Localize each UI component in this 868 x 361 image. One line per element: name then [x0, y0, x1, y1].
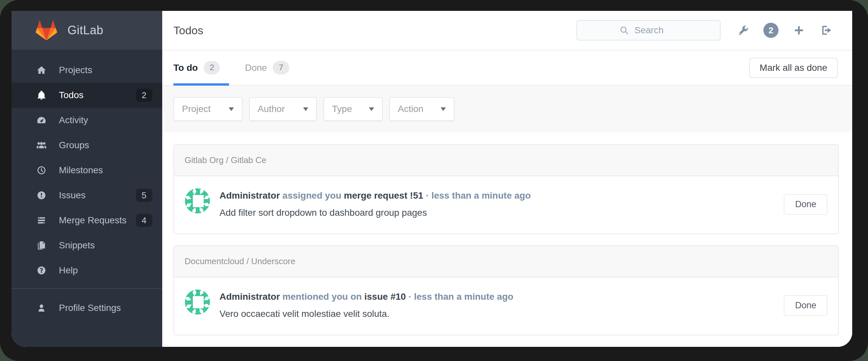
author-filter-label: Author [258, 104, 285, 114]
todo-group-title: Documentcloud / Underscore [174, 246, 838, 277]
tab-bar: To do 2 Done 7 Mark all as done [162, 50, 852, 86]
todo-timestamp[interactable]: less than a minute ago [431, 190, 531, 201]
bell-icon [35, 90, 48, 101]
sidebar-item-label: Merge Requests [59, 215, 126, 226]
tasks-icon [35, 215, 48, 226]
search-input[interactable] [634, 25, 678, 36]
sidebar-item-label: Projects [59, 65, 92, 76]
tab-todo-count: 2 [204, 61, 220, 75]
sidebar-brand[interactable]: GitLab [11, 11, 162, 50]
tab-done-label: Done [245, 62, 267, 73]
sidebar: GitLab Projects Todos 2 Activity [11, 11, 162, 347]
gitlab-logo-icon [35, 19, 58, 41]
sidebar-item-label: Todos [59, 90, 84, 101]
tab-done[interactable]: Done 7 [244, 50, 298, 85]
project-filter-dropdown[interactable]: Project [174, 97, 243, 121]
sidebar-nav: Projects Todos 2 Activity Groups [11, 50, 162, 321]
sidebar-item-label: Milestones [59, 165, 103, 175]
sidebar-item-milestones[interactable]: Milestones [11, 158, 162, 183]
todos-count-badge: 2 [136, 89, 152, 102]
mark-all-as-done-button[interactable]: Mark all as done [749, 58, 838, 78]
main-header: Todos 2 [162, 11, 852, 50]
done-button[interactable]: Done [784, 295, 828, 316]
search-box[interactable] [577, 20, 721, 40]
todo-item: Administrator mentioned you on issue #10… [174, 277, 838, 335]
type-filter-label: Type [332, 104, 352, 114]
sidebar-item-activity[interactable]: Activity [11, 108, 162, 133]
tab-done-count: 7 [273, 61, 289, 75]
app-window: GitLab Projects Todos 2 Activity [11, 11, 852, 347]
todo-group-title: Gitlab Org / Gitlab Ce [174, 145, 838, 176]
todo-body-text: Add filter sort dropdown to dashboard gr… [219, 205, 784, 220]
todo-item: Administrator assigned you merge request… [174, 176, 838, 233]
todo-timestamp[interactable]: less than a minute ago [414, 291, 513, 302]
user-icon [35, 302, 48, 313]
todo-title-line: Administrator assigned you merge request… [219, 188, 784, 203]
sidebar-item-profile-settings[interactable]: Profile Settings [11, 296, 162, 321]
todo-body-text: Vero occaecati velit molestiae velit sol… [219, 306, 784, 322]
sidebar-item-label: Snippets [59, 240, 95, 251]
caret-down-icon [229, 107, 234, 111]
todo-author[interactable]: Administrator [219, 291, 280, 302]
sidebar-item-label: Activity [59, 115, 88, 126]
plus-icon[interactable] [792, 23, 806, 37]
todo-author[interactable]: Administrator [219, 190, 280, 201]
tab-todo[interactable]: To do 2 [174, 50, 229, 85]
sidebar-item-help[interactable]: Help [11, 258, 162, 283]
sidebar-item-label: Profile Settings [59, 303, 121, 313]
clipboard-icon [35, 240, 48, 251]
page-title: Todos [174, 24, 203, 37]
tab-todo-label: To do [174, 62, 198, 73]
caret-down-icon [441, 107, 446, 111]
todo-title-line: Administrator mentioned you on issue #10… [219, 289, 784, 304]
exclamation-circle-icon [35, 190, 48, 201]
wrench-icon[interactable] [736, 23, 750, 37]
caret-down-icon [303, 107, 308, 111]
search-icon [619, 25, 629, 35]
todo-count-badge[interactable]: 2 [763, 23, 778, 38]
sidebar-item-issues[interactable]: Issues 5 [11, 183, 162, 208]
done-button[interactable]: Done [784, 194, 828, 215]
sign-out-icon[interactable] [819, 23, 834, 37]
todo-group-panel: Gitlab Org / Gitlab Ce [174, 144, 839, 234]
caret-down-icon [369, 107, 374, 111]
meta-separator: · [408, 291, 411, 302]
header-icons: 2 [736, 23, 834, 38]
sidebar-divider [11, 288, 162, 289]
main-area: Todos 2 [162, 11, 852, 347]
sidebar-item-groups[interactable]: Groups [11, 133, 162, 158]
filter-bar: Project Author Type Action [162, 86, 852, 132]
clock-icon [35, 165, 48, 176]
sidebar-item-label: Groups [59, 140, 89, 150]
todo-group-panel: Documentcloud / Underscore [174, 245, 839, 335]
sidebar-item-snippets[interactable]: Snippets [11, 233, 162, 258]
sidebar-item-merge-requests[interactable]: Merge Requests 4 [11, 208, 162, 233]
question-circle-icon [35, 265, 48, 276]
todo-action-link[interactable]: mentioned you on [282, 291, 362, 302]
todo-target-link[interactable]: issue #10 [364, 291, 406, 302]
meta-separator: · [426, 190, 429, 201]
action-filter-label: Action [398, 104, 424, 114]
project-filter-label: Project [182, 104, 211, 114]
avatar[interactable] [185, 188, 210, 214]
todo-target-link[interactable]: merge request !51 [344, 190, 423, 201]
avatar[interactable] [185, 289, 210, 315]
action-filter-dropdown[interactable]: Action [389, 97, 455, 121]
sidebar-item-label: Help [59, 265, 78, 276]
type-filter-dropdown[interactable]: Type [323, 97, 383, 121]
sidebar-item-todos[interactable]: Todos 2 [11, 83, 162, 108]
dashboard-icon [35, 115, 48, 126]
merge-requests-count-badge: 4 [136, 214, 152, 227]
author-filter-dropdown[interactable]: Author [249, 97, 317, 121]
todos-list: Gitlab Org / Gitlab Ce [162, 132, 852, 347]
users-icon [35, 140, 48, 151]
home-icon [35, 64, 48, 76]
sidebar-item-label: Issues [59, 190, 86, 201]
issues-count-badge: 5 [136, 189, 152, 202]
todo-action-link[interactable]: assigned you [282, 190, 341, 201]
brand-name: GitLab [67, 23, 103, 37]
sidebar-item-projects[interactable]: Projects [11, 58, 162, 83]
